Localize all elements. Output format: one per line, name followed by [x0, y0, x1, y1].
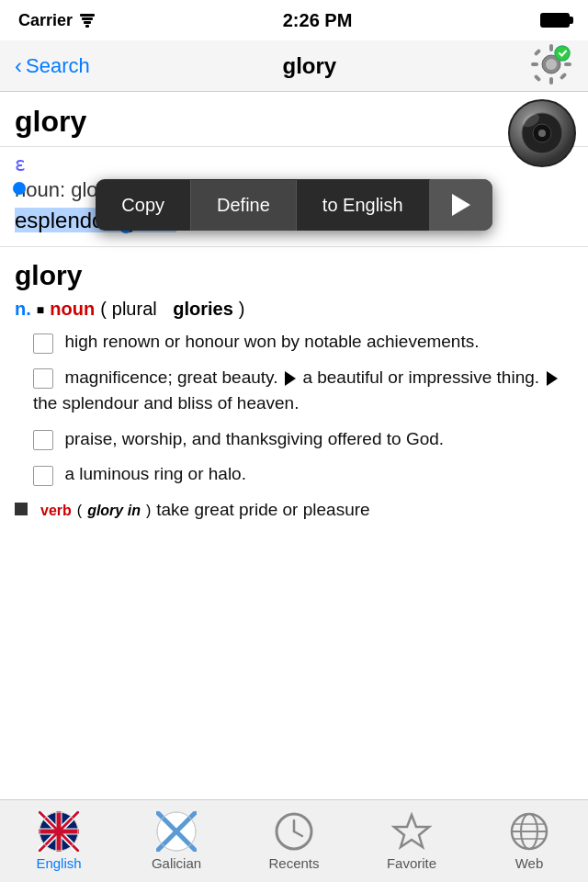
gear-icon: [529, 42, 573, 86]
definition-1: high renown or honour won by notable ach…: [15, 329, 573, 356]
to-english-button[interactable]: to English: [297, 180, 430, 231]
svg-rect-4: [531, 62, 538, 66]
svg-rect-3: [549, 77, 553, 85]
back-chevron-icon: ‹: [15, 53, 22, 79]
back-button[interactable]: ‹ Search: [15, 53, 90, 79]
tab-english[interactable]: English: [13, 811, 105, 871]
svg-line-32: [294, 831, 302, 836]
definition-2: magnificence; great beauty. a beautiful …: [15, 365, 573, 417]
arrow-right-icon-2a: [285, 371, 296, 386]
tab-favorite[interactable]: Favorite: [366, 811, 458, 871]
def-text-4: a luminous ring or halo.: [64, 464, 246, 483]
define-button[interactable]: Define: [191, 180, 297, 231]
word-header: glory: [0, 92, 588, 147]
carrier-label: Carrier: [18, 11, 73, 30]
verb-entry: verb (glory in) take great pride or plea…: [15, 497, 573, 524]
tab-galician-label: Galician: [152, 855, 201, 871]
context-menu-overlay: Copy Define to English: [0, 179, 588, 231]
def-text-2a: a beautiful or impressive thing.: [302, 368, 539, 387]
play-button[interactable]: [430, 179, 492, 231]
def-checkbox-4[interactable]: [33, 466, 53, 486]
tab-recents-label: Recents: [268, 855, 319, 871]
tab-favorite-label: Favorite: [387, 855, 436, 871]
def-checkbox-3[interactable]: [33, 430, 53, 450]
globe-icon: [509, 811, 549, 852]
nav-title: glory: [283, 53, 337, 79]
svg-rect-5: [564, 62, 571, 66]
wifi-icon: [80, 14, 95, 28]
clock-icon: [274, 811, 314, 852]
context-menu: Copy Define to English: [96, 179, 492, 231]
tab-recents[interactable]: Recents: [248, 811, 340, 871]
verb-paren-close: ): [146, 503, 151, 519]
settings-button[interactable]: [529, 42, 573, 90]
uk-flag-icon: [39, 811, 79, 852]
svg-point-10: [555, 46, 570, 61]
definition-4: a luminous ring or halo.: [15, 461, 573, 488]
verb-text: take great pride or pleasure: [156, 497, 369, 524]
svg-rect-7: [560, 72, 567, 79]
tab-english-label: English: [36, 855, 81, 871]
pos-abbr: n.: [15, 299, 31, 320]
arrow-right-icon-2b: [547, 371, 558, 386]
status-left: Carrier: [18, 11, 95, 30]
pos-line: n. ■ noun (plural glories): [15, 299, 573, 320]
def-text-3: praise, worship, and thanksgiving offere…: [64, 429, 444, 448]
tab-web-label: Web: [515, 855, 544, 871]
svg-marker-33: [394, 815, 429, 847]
pos-full: noun: [50, 299, 95, 320]
pos-bullet: ■: [37, 302, 44, 317]
pos-paren-close: ): [239, 299, 245, 320]
svg-rect-2: [549, 44, 553, 51]
star-icon: [391, 811, 432, 852]
plural-word: glories: [173, 299, 233, 320]
def-text-1: high renown or honour won by notable ach…: [64, 332, 479, 351]
svg-rect-8: [534, 74, 541, 81]
pos-paren-open: (: [100, 299, 107, 320]
tab-galician[interactable]: Galician: [130, 811, 222, 871]
play-icon: [452, 194, 470, 216]
status-time: 2:26 PM: [283, 10, 353, 31]
entry-word: glory: [15, 260, 573, 291]
main-word: glory: [15, 105, 86, 139]
galician-flag-icon: [156, 811, 197, 852]
status-bar: Carrier 2:26 PM: [0, 0, 588, 40]
svg-rect-6: [534, 48, 541, 55]
copy-button[interactable]: Copy: [96, 180, 191, 231]
phonetic-char: ɛ: [15, 153, 573, 176]
verb-pos: verb: [40, 503, 72, 519]
svg-point-1: [546, 59, 557, 70]
definition-3: praise, worship, and thanksgiving offere…: [15, 426, 573, 453]
verb-paren-open: (: [77, 503, 82, 519]
verb-phrase: glory in: [87, 503, 141, 519]
nav-bar: ‹ Search glory: [0, 40, 588, 92]
status-right: [540, 13, 570, 28]
def-checkbox-1[interactable]: [33, 334, 53, 354]
def-checkbox-2[interactable]: [33, 368, 53, 389]
main-content: glory n. ■ noun (plural glories) high re…: [0, 247, 588, 824]
verb-bullet-icon: [15, 503, 28, 515]
svg-point-14: [538, 130, 546, 137]
tab-bar: English Galician Recents Favorite: [0, 799, 588, 882]
plural-label: plural: [112, 299, 157, 320]
def-text-2b: the splendour and bliss of heaven.: [33, 393, 299, 413]
battery-icon: [540, 13, 570, 28]
back-label: Search: [26, 54, 90, 78]
def-text-2: magnificence; great beauty.: [64, 368, 277, 387]
tab-web[interactable]: Web: [483, 811, 575, 871]
